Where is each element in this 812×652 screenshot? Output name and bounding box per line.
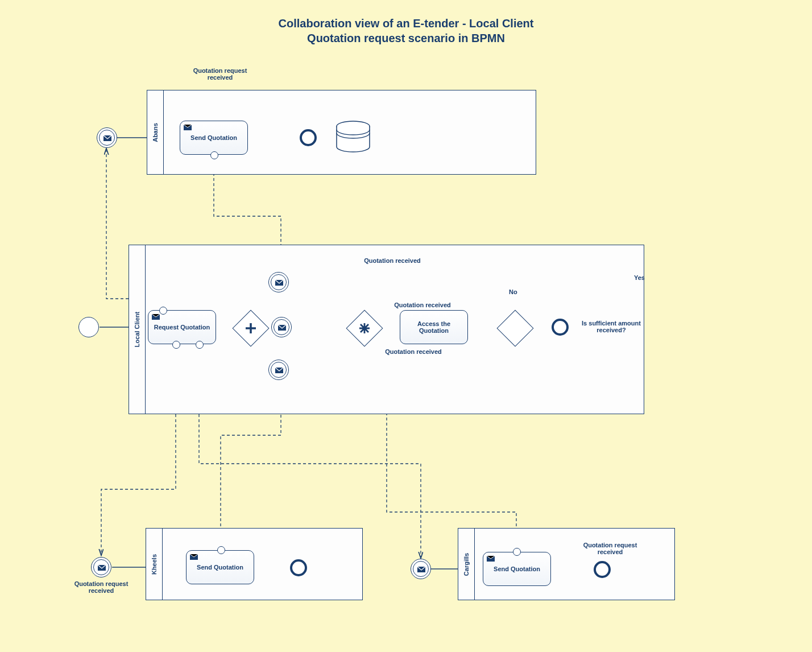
label-quotation-request-received-cargills: Quotation request received [573,542,647,555]
asterisk-icon [352,316,377,341]
envelope-icon [152,314,160,320]
data-store [335,121,371,152]
end-event-cargills [594,561,611,578]
task-send-quotation-cargills: Send Quotation [483,552,551,586]
start-event-local [78,317,99,337]
boundary-event-kheels [217,546,225,554]
boundary-event-cargills [513,548,521,556]
pool-label-local-client: Local Client [129,245,146,414]
msg-catch-mid [271,317,292,337]
svg-rect-21 [98,565,106,571]
envelope-icon [97,128,118,148]
bpmn-diagram: Collaboration view of an E-tender - Loca… [0,0,812,652]
label-quotation-received-2: Quotation received [386,302,459,308]
boundary-event-abans [210,151,218,159]
envelope-icon [190,554,198,560]
label-quotation-request-received-abans: Quotation request received [183,67,257,81]
svg-rect-14 [103,135,111,141]
title-line-2: Quotation request scenario in BPMN [0,32,812,45]
label-no: No [509,288,517,295]
boundary-event-rq-3 [196,341,204,349]
label-quotation-request-received-kheels: Quotation request received [67,580,135,594]
end-event-local [552,319,569,336]
pool-label-cargills: Cargills [458,529,475,600]
task-send-quotation-kheels: Send Quotation [186,550,254,584]
svg-rect-18 [275,280,283,286]
label-is-sufficient: Is sufficient amount received? [577,320,645,333]
pool-label-abans: Abans [147,90,164,174]
end-event-abans [300,129,317,146]
svg-rect-19 [278,325,286,331]
task-send-quotation-abans: Send Quotation [180,121,248,155]
svg-rect-20 [275,368,283,373]
envelope-icon [487,556,495,562]
msg-catch-top [268,272,289,292]
message-start-event-kheels [91,557,111,577]
plus-icon [238,316,263,341]
end-event-kheels [290,559,307,576]
title-line-1: Collaboration view of an E-tender - Loca… [0,17,812,30]
label-yes: Yes [634,274,645,281]
msg-catch-bottom [268,360,289,380]
task-request-quotation: Request Quotation [148,310,216,344]
pool-label-kheels: Kheels [146,529,163,600]
pool-kheels: Kheels [146,528,363,600]
boundary-event-rq-2 [172,341,180,349]
label-quotation-received-3: Quotation received [376,348,450,355]
envelope-icon [184,125,192,130]
label-quotation-received-1: Quotation received [355,257,429,264]
task-access-quotation: Access the Quotation [400,310,468,344]
svg-rect-23 [417,567,425,572]
message-start-event-cargills [411,559,431,579]
message-start-event-abans [97,127,117,148]
boundary-event-rq-1 [159,307,167,315]
